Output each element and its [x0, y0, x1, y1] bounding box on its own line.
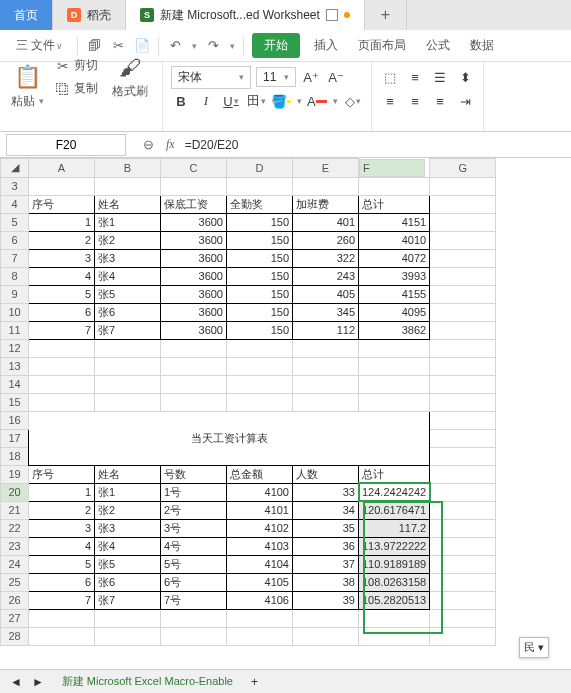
grid-table[interactable]: ◢ A B C D E F G 3 4序号姓名保底工资全勤奖加班费总计 51张1…: [0, 158, 496, 646]
print-icon[interactable]: ✂: [110, 38, 126, 54]
font-size-select[interactable]: 11▾: [256, 67, 296, 87]
spreadsheet-grid: ◢ A B C D E F G 3 4序号姓名保底工资全勤奖加班费总计 51张1…: [0, 158, 571, 688]
ribbon: 📋 ✂剪切 ⿻复制 🖌格式刷 粘贴▾ 宋体▾ 11▾ A⁺ A⁻ B I U▾ …: [0, 62, 571, 132]
tab-home[interactable]: 首页: [0, 0, 53, 30]
fx-icon[interactable]: fx: [166, 137, 175, 152]
align-bottom-icon[interactable]: ☰: [430, 67, 450, 87]
formula-input[interactable]: =D20/E20: [185, 138, 239, 152]
col-C[interactable]: C: [161, 159, 227, 178]
underline-button[interactable]: U▾: [221, 91, 241, 111]
border-button[interactable]: 田▾: [246, 91, 266, 111]
brush-icon: 🖌: [119, 55, 141, 81]
tab-daoke[interactable]: D稻壳: [53, 0, 126, 30]
sheet-icon: S: [140, 8, 154, 22]
sheet-tabs: ◄ ► 新建 Microsoft Excel Macro-Enable +: [0, 669, 571, 693]
italic-button[interactable]: I: [196, 91, 216, 111]
paste-label[interactable]: 粘贴▾: [8, 91, 47, 112]
menu-insert[interactable]: 插入: [308, 34, 344, 57]
menu-start[interactable]: 开始: [252, 33, 300, 58]
sheet-nav-prev-icon[interactable]: ◄: [10, 675, 22, 689]
increase-font-icon[interactable]: A⁺: [301, 67, 321, 87]
modified-dot: [344, 12, 350, 18]
align-middle-icon[interactable]: ≡: [405, 67, 425, 87]
autofill-options[interactable]: 民 ▾: [519, 637, 549, 658]
col-E[interactable]: E: [293, 159, 359, 178]
add-sheet-icon[interactable]: +: [251, 675, 258, 689]
align-top-icon[interactable]: ⬚: [380, 67, 400, 87]
diamond-button[interactable]: ◇▾: [343, 91, 363, 111]
sheet-tab[interactable]: 新建 Microsoft Excel Macro-Enable: [54, 672, 241, 691]
menu-data[interactable]: 数据: [464, 34, 500, 57]
paste-button[interactable]: 📋: [8, 62, 47, 92]
name-box[interactable]: [6, 134, 126, 156]
align-left-icon[interactable]: ≡: [380, 91, 400, 111]
window-icon: [326, 9, 338, 21]
table2-title: 当天工资计算表: [29, 411, 430, 465]
orientation-icon[interactable]: ⬍: [455, 67, 475, 87]
tab-add[interactable]: +: [365, 0, 407, 30]
cancel-formula-icon[interactable]: ⊖: [140, 137, 156, 153]
align-center-icon[interactable]: ≡: [405, 91, 425, 111]
fill-color-button[interactable]: 🪣: [271, 91, 291, 111]
active-cell: 124.2424242: [359, 483, 430, 501]
bold-button[interactable]: B: [171, 91, 191, 111]
col-B[interactable]: B: [95, 159, 161, 178]
menu-layout[interactable]: 页面布局: [352, 34, 412, 57]
col-G[interactable]: G: [430, 159, 496, 178]
clipboard-icon: 📋: [14, 64, 41, 90]
sheet-nav-next-icon[interactable]: ►: [32, 675, 44, 689]
font-name-select[interactable]: 宋体▾: [171, 66, 251, 89]
col-D[interactable]: D: [227, 159, 293, 178]
tab-document[interactable]: S新建 Microsoft...ed Worksheet: [126, 0, 365, 30]
indent-icon[interactable]: ⇥: [455, 91, 475, 111]
align-right-icon[interactable]: ≡: [430, 91, 450, 111]
daoke-icon: D: [67, 8, 81, 22]
decrease-font-icon[interactable]: A⁻: [326, 67, 346, 87]
font-color-button[interactable]: A: [307, 91, 327, 111]
col-A[interactable]: A: [29, 159, 95, 178]
save-icon[interactable]: 🗐: [86, 38, 102, 54]
select-all-corner[interactable]: ◢: [1, 159, 29, 178]
undo-icon[interactable]: ↶: [167, 38, 183, 54]
menu-file[interactable]: 三 文件∨: [10, 34, 69, 57]
cut-button[interactable]: ✂剪切: [52, 55, 101, 76]
menu-formula[interactable]: 公式: [420, 34, 456, 57]
formula-bar: ⊖ fx =D20/E20: [0, 132, 571, 158]
col-F[interactable]: F: [359, 159, 425, 177]
scissors-icon: ✂: [55, 58, 71, 74]
preview-icon[interactable]: 📄: [134, 38, 150, 54]
redo-icon[interactable]: ↷: [205, 38, 221, 54]
doc-tabs: 首页 D稻壳 S新建 Microsoft...ed Worksheet +: [0, 0, 571, 30]
